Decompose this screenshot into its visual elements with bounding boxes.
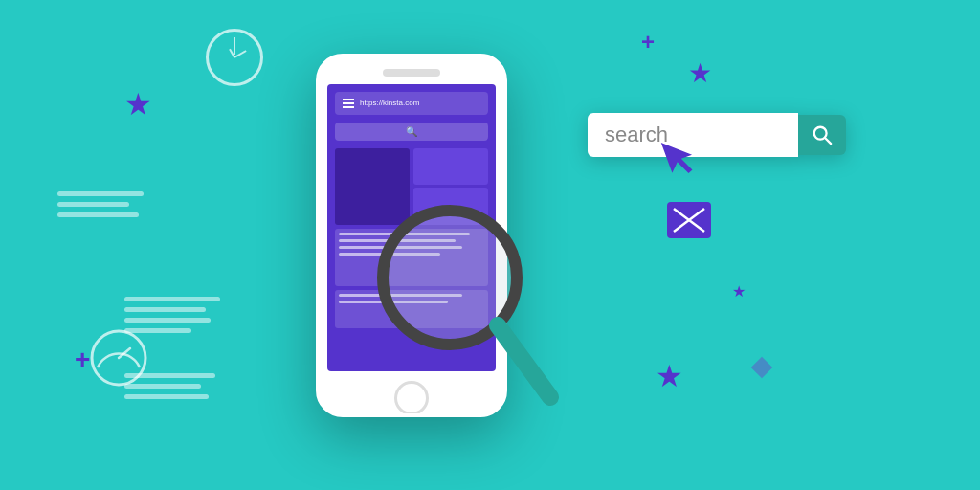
- search-button[interactable]: [798, 115, 846, 155]
- envelope-x-icon: [666, 201, 712, 239]
- phone-url: https://kinsta.com: [360, 99, 480, 107]
- star-icon-top-left: ★: [124, 86, 152, 122]
- text-lines-left-3: [124, 373, 215, 405]
- svg-line-6: [498, 325, 550, 397]
- phone-search-bar: 🔍: [335, 122, 488, 141]
- text-lines-left-2: [124, 297, 220, 339]
- phone-search-icon: 🔍: [406, 126, 417, 137]
- svg-line-8: [825, 138, 831, 144]
- clock-minute-hand: [234, 50, 247, 58]
- star-icon-bottom-right: ★: [656, 358, 683, 394]
- phone-address-bar: https://kinsta.com: [335, 92, 488, 115]
- text-lines-left-1: [57, 191, 144, 223]
- hamburger-icon: [343, 97, 354, 110]
- plus-icon-top-right: +: [641, 29, 655, 56]
- phone-speaker: [383, 69, 440, 77]
- star-icon-small-right: ★: [732, 282, 746, 301]
- magnifier-illustration: [373, 201, 565, 415]
- search-icon: [812, 124, 833, 145]
- clock-icon: [206, 29, 263, 86]
- diamond-icon: [751, 357, 773, 379]
- phone-block-purple-1: [413, 148, 488, 186]
- star-icon-top-right: ★: [688, 57, 712, 89]
- search-bar-container: search: [588, 113, 846, 157]
- magnifier-svg: [373, 201, 565, 412]
